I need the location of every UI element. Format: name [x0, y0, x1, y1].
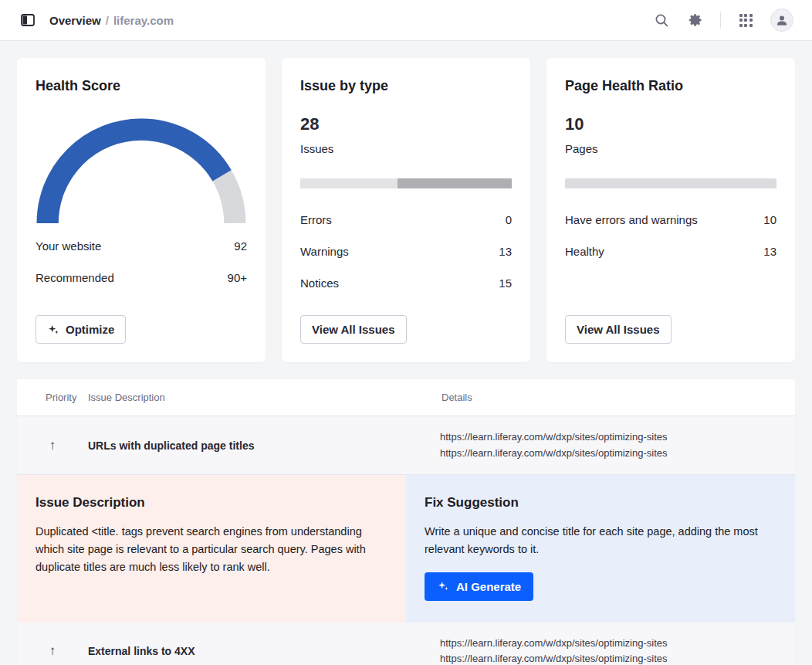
- issue-description-pane-title: Issue Description: [36, 495, 386, 511]
- issue-description-pane-body: Duplicated <title. tags prevent search e…: [36, 523, 386, 576]
- detail-url[interactable]: https://learn.liferay.com/w/dxp/sites/op…: [440, 653, 668, 664]
- stat-row: Recommended 90+: [36, 271, 247, 284]
- pages-bar: [565, 178, 776, 188]
- pages-count: 10: [565, 114, 776, 134]
- apps-grid-icon[interactable]: [736, 11, 755, 29]
- priority-up-icon: ↑: [17, 438, 88, 453]
- stat-row: Your website 92: [36, 239, 247, 253]
- breadcrumb: Overview / liferay.com: [49, 14, 174, 27]
- stat-value: 10: [763, 213, 776, 226]
- priority-up-icon: ↑: [17, 643, 88, 659]
- priority-column-header: Priority: [17, 392, 88, 403]
- issues-count-label: Issues: [300, 142, 512, 155]
- table-header-row: Priority Issue Description Details: [17, 379, 795, 416]
- summary-cards: Health Score Your website 92 Recommended…: [17, 58, 795, 362]
- optimize-button[interactable]: Optimize: [36, 315, 126, 344]
- health-score-title: Health Score: [36, 78, 247, 94]
- stat-value: 92: [234, 239, 247, 253]
- expanded-issue-panel: Issue Description Duplicated <title. tag…: [17, 475, 795, 623]
- header-divider: [720, 12, 721, 29]
- stat-row: Notices 15: [300, 277, 512, 290]
- table-row[interactable]: ↑ External links to 4XX https://learn.li…: [17, 623, 795, 665]
- description-column-header: Issue Description: [88, 392, 440, 403]
- page-health-title: Page Health Ratio: [565, 78, 776, 94]
- stat-label: Your website: [36, 239, 101, 253]
- stat-row: Errors 0: [300, 213, 512, 226]
- table-row[interactable]: ↑ URLs with duplicated page titles https…: [17, 416, 795, 475]
- health-score-gauge: [36, 114, 247, 229]
- breadcrumb-section[interactable]: Overview: [49, 14, 101, 27]
- sparkle-icon: [437, 580, 449, 592]
- issue-description-pane: Issue Description Duplicated <title. tag…: [17, 475, 406, 623]
- issue-by-type-title: Issue by type: [300, 78, 512, 94]
- optimize-label: Optimize: [66, 323, 114, 336]
- details-column-header: Details: [440, 392, 795, 403]
- detail-url[interactable]: https://learn.liferay.com/w/dxp/sites/op…: [440, 637, 668, 649]
- issues-count: 28: [300, 114, 512, 134]
- stat-row: Healthy 13: [565, 245, 776, 258]
- sparkle-icon: [47, 324, 59, 336]
- page-health-ratio-card: Page Health Ratio 10 Pages Have errors a…: [546, 58, 795, 362]
- pages-bar-segment: [565, 178, 776, 188]
- gear-icon[interactable]: [686, 11, 705, 29]
- stat-value: 90+: [228, 271, 247, 284]
- issues-table: Priority Issue Description Details ↑ URL…: [17, 379, 795, 665]
- health-gauge-fill: [48, 130, 235, 223]
- issue-description-cell: URLs with duplicated page titles: [88, 439, 440, 452]
- detail-url[interactable]: https://learn.liferay.com/w/dxp/sites/op…: [440, 447, 668, 459]
- ai-generate-label: AI Generate: [456, 580, 521, 593]
- stat-row: Have errors and warnings 10: [565, 213, 776, 226]
- issue-by-type-card: Issue by type 28 Issues Errors 0 Warning…: [282, 58, 530, 362]
- ai-generate-button[interactable]: AI Generate: [425, 572, 533, 601]
- issues-bar-segment: [398, 178, 512, 188]
- stat-label: Healthy: [565, 245, 604, 258]
- stat-value: 13: [763, 245, 776, 258]
- stat-label: Have errors and warnings: [565, 213, 698, 226]
- breadcrumb-site[interactable]: liferay.com: [113, 14, 174, 27]
- search-icon[interactable]: [652, 11, 671, 29]
- stat-label: Recommended: [36, 271, 114, 284]
- fix-suggestion-pane-body: Write a unique and concise title for eac…: [425, 523, 775, 558]
- view-all-issues-button[interactable]: View All Issues: [300, 315, 407, 344]
- user-avatar[interactable]: [770, 8, 793, 32]
- view-all-issues-button[interactable]: View All Issues: [565, 315, 672, 344]
- breadcrumb-separator: /: [106, 14, 109, 27]
- issues-bar-segment: [300, 178, 398, 188]
- stat-label: Notices: [300, 277, 339, 290]
- stat-value: 0: [506, 213, 512, 226]
- detail-url[interactable]: https://learn.liferay.com/w/dxp/sites/op…: [440, 431, 668, 443]
- stat-value: 15: [499, 277, 512, 290]
- stat-label: Warnings: [300, 245, 349, 258]
- issue-description-cell: External links to 4XX: [88, 645, 440, 657]
- details-cell: https://learn.liferay.com/w/dxp/sites/op…: [440, 636, 795, 665]
- main-content: Health Score Your website 92 Recommended…: [0, 41, 812, 665]
- sidebar-toggle-icon[interactable]: [19, 11, 37, 29]
- fix-suggestion-pane: Fix Suggestion Write a unique and concis…: [406, 475, 795, 623]
- stat-row: Warnings 13: [300, 245, 512, 258]
- pages-count-label: Pages: [565, 142, 776, 155]
- issues-bar: [300, 178, 512, 188]
- stat-value: 13: [499, 245, 512, 258]
- top-bar: Overview / liferay.com: [0, 0, 812, 41]
- fix-suggestion-pane-title: Fix Suggestion: [425, 495, 775, 511]
- details-cell: https://learn.liferay.com/w/dxp/sites/op…: [440, 429, 795, 460]
- stat-label: Errors: [300, 213, 332, 226]
- health-score-card: Health Score Your website 92 Recommended…: [17, 58, 266, 362]
